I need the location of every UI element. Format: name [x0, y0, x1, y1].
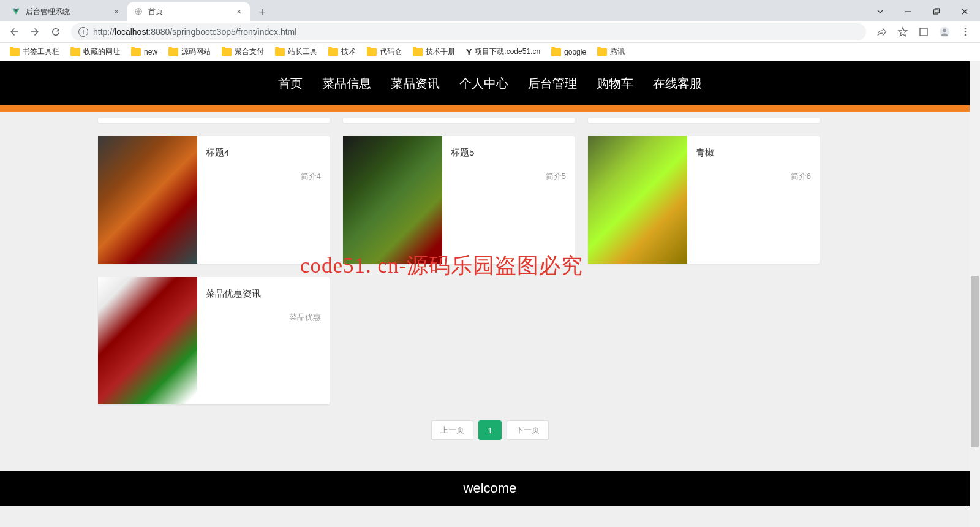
main-content: 标题4 简介4 标题5 简介5 青椒 简介6: [0, 112, 980, 452]
info-icon[interactable]: i: [78, 27, 88, 37]
page-1-button[interactable]: 1: [478, 420, 501, 440]
folder-icon: [413, 48, 423, 56]
share-icon[interactable]: [872, 23, 892, 41]
card-partial[interactable]: [588, 118, 820, 123]
dish-card[interactable]: 菜品优惠资讯 菜品优惠: [98, 277, 330, 404]
page-footer: welcome: [0, 471, 980, 506]
bookmark-item[interactable]: 站长工具: [271, 44, 321, 59]
bookmark-item[interactable]: new: [127, 45, 161, 59]
profile-icon[interactable]: [935, 23, 954, 41]
nav-cart[interactable]: 购物车: [597, 75, 633, 92]
bookmark-item[interactable]: 技术: [325, 44, 360, 59]
bookmarks-bar: 书签工具栏 收藏的网址 new 源码网站 聚合支付 站长工具 技术 代码仓 技术…: [0, 43, 980, 61]
browser-tab-active[interactable]: 首页 ×: [127, 2, 250, 21]
bookmark-item[interactable]: Y项目下载:code51.cn: [462, 44, 544, 59]
bookmark-item[interactable]: 代码仓: [363, 44, 405, 59]
nav-home[interactable]: 首页: [278, 75, 303, 92]
folder-icon: [328, 48, 338, 56]
url-text: http://localhost:8080/springbootc3op5/fr…: [93, 27, 296, 37]
close-icon[interactable]: ×: [234, 7, 244, 17]
scrollbar-thumb[interactable]: [971, 276, 979, 447]
site-navigation: 首页 菜品信息 菜品资讯 个人中心 后台管理 购物车 在线客服: [0, 61, 980, 105]
reload-button[interactable]: [47, 23, 65, 41]
folder-icon: [10, 48, 20, 56]
minimize-icon[interactable]: [894, 2, 922, 21]
dish-image: [343, 136, 442, 264]
star-icon[interactable]: [893, 23, 913, 41]
dish-card[interactable]: 标题4 简介4: [98, 136, 330, 264]
scrollbar-track[interactable]: [970, 61, 980, 527]
dish-desc: 简介6: [696, 171, 811, 182]
browser-tab[interactable]: 后台管理系统 ×: [5, 2, 127, 21]
folder-icon: [367, 48, 377, 56]
extensions-icon[interactable]: [914, 23, 933, 41]
accent-divider: [0, 105, 980, 112]
window-controls: [866, 2, 980, 21]
new-tab-button[interactable]: +: [254, 4, 271, 21]
close-window-icon[interactable]: [951, 2, 979, 21]
tab-title: 后台管理系统: [26, 7, 70, 17]
dish-image: [98, 136, 197, 264]
y-icon: Y: [466, 47, 472, 57]
folder-icon: [70, 48, 80, 56]
bookmark-item[interactable]: 技术手册: [409, 44, 459, 59]
forward-button[interactable]: [26, 23, 44, 41]
menu-icon[interactable]: [956, 23, 975, 41]
bookmark-item[interactable]: 源码网站: [165, 44, 214, 59]
back-button[interactable]: [5, 23, 23, 41]
maximize-icon[interactable]: [922, 2, 951, 21]
svg-point-9: [965, 34, 967, 36]
tab-title: 首页: [148, 7, 163, 17]
bookmark-item[interactable]: 收藏的网址: [67, 44, 124, 59]
dish-image: [98, 277, 197, 404]
svg-point-7: [965, 28, 967, 29]
dish-title: 标题5: [451, 147, 566, 159]
page-viewport[interactable]: 首页 菜品信息 菜品资讯 个人中心 后台管理 购物车 在线客服 标题4 简介4: [0, 61, 980, 527]
card-partial[interactable]: [98, 118, 330, 123]
svg-point-6: [943, 28, 946, 32]
svg-rect-4: [920, 28, 927, 36]
dish-card[interactable]: 青椒 简介6: [588, 136, 820, 264]
nav-dish-info[interactable]: 菜品信息: [322, 75, 371, 92]
nav-service[interactable]: 在线客服: [653, 75, 702, 92]
url-input[interactable]: i http://localhost:8080/springbootc3op5/…: [71, 23, 866, 40]
svg-rect-3: [935, 9, 940, 13]
card-grid: 标题4 简介4 标题5 简介5 青椒 简介6: [98, 118, 882, 404]
dish-title: 青椒: [696, 147, 811, 159]
dish-desc: 简介4: [206, 171, 321, 182]
nav-admin[interactable]: 后台管理: [528, 75, 577, 92]
address-bar: i http://localhost:8080/springbootc3op5/…: [0, 21, 980, 43]
dish-title: 菜品优惠资讯: [206, 288, 321, 300]
folder-icon: [275, 48, 285, 56]
next-page-button[interactable]: 下一页: [507, 420, 549, 440]
browser-tab-strip: 后台管理系统 × 首页 × +: [0, 0, 980, 21]
nav-personal[interactable]: 个人中心: [459, 75, 508, 92]
bookmark-item[interactable]: 书签工具栏: [6, 44, 63, 59]
pagination: 上一页 1 下一页: [98, 420, 882, 440]
close-icon[interactable]: ×: [111, 7, 121, 17]
globe-icon: [134, 7, 143, 17]
dish-desc: 简介5: [451, 171, 566, 182]
nav-dish-news[interactable]: 菜品资讯: [391, 75, 440, 92]
folder-icon: [168, 48, 178, 56]
folder-icon: [597, 48, 607, 56]
svg-rect-2: [934, 10, 938, 14]
dish-title: 标题4: [206, 147, 321, 159]
bookmark-item[interactable]: 聚合支付: [218, 44, 268, 59]
prev-page-button[interactable]: 上一页: [431, 420, 473, 440]
dish-image: [588, 136, 687, 264]
folder-icon: [551, 48, 561, 56]
folder-icon: [222, 48, 232, 56]
bookmark-item[interactable]: google: [548, 45, 590, 59]
dish-card[interactable]: 标题5 简介5: [343, 136, 575, 264]
bookmark-item[interactable]: 腾讯: [594, 44, 628, 59]
chevron-down-icon[interactable]: [866, 2, 894, 21]
vue-icon: [11, 7, 21, 17]
dish-desc: 菜品优惠: [206, 312, 321, 323]
card-partial[interactable]: [343, 118, 575, 123]
svg-point-8: [965, 31, 967, 32]
folder-icon: [131, 48, 141, 56]
